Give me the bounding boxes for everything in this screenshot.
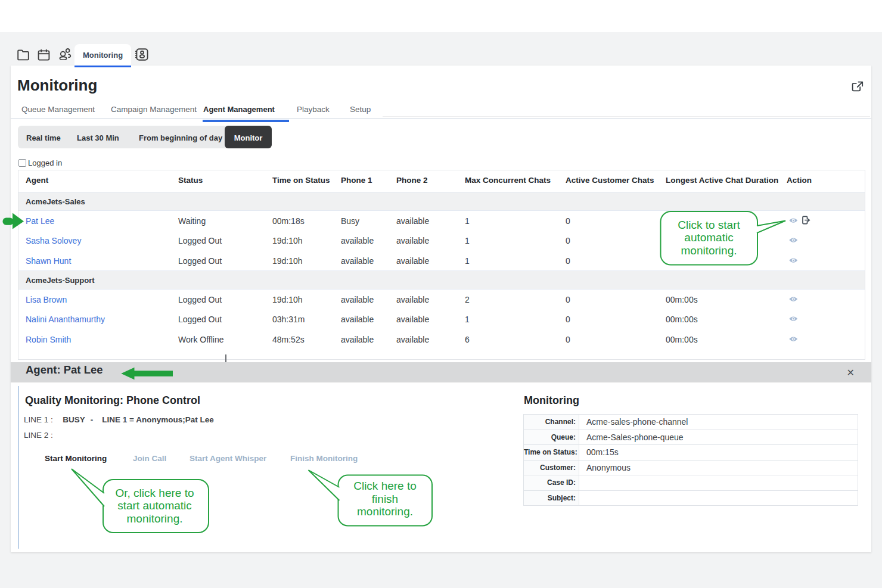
svg-text:automatic: automatic — [684, 231, 733, 244]
svg-text:monitoring.: monitoring. — [127, 512, 183, 525]
svg-text:Or, click here to: Or, click here to — [116, 487, 194, 499]
svg-text:monitoring.: monitoring. — [357, 505, 413, 518]
svg-text:start automatic: start automatic — [117, 499, 192, 512]
svg-text:Click to start: Click to start — [678, 219, 740, 231]
svg-text:finish: finish — [372, 493, 398, 505]
svg-text:Click here to: Click here to — [353, 480, 417, 492]
svg-text:monitoring.: monitoring. — [681, 244, 737, 257]
